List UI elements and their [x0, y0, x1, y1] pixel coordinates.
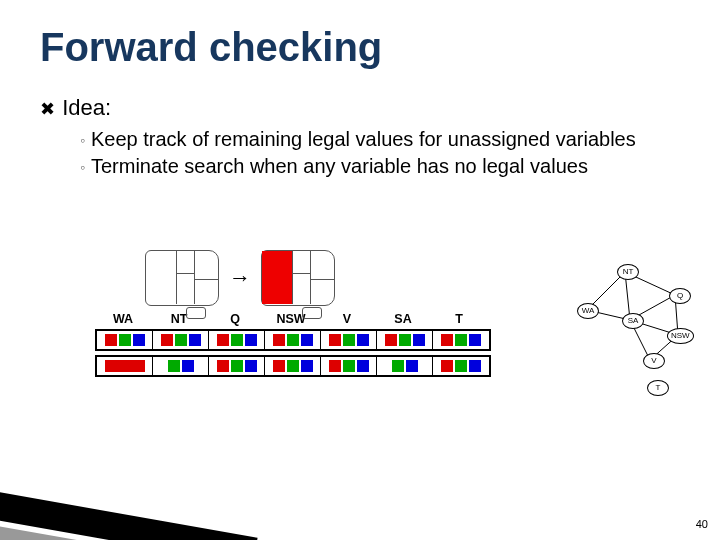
color-square [441, 334, 453, 346]
idea-label: Idea [62, 95, 105, 120]
bullet-icon: ✖ [40, 98, 56, 120]
color-square [357, 334, 369, 346]
color-square [105, 334, 117, 346]
color-square [329, 360, 341, 372]
arrow-icon: → [229, 265, 251, 291]
sub-list: ◦Keep track of remaining legal values fo… [80, 127, 680, 179]
color-square [119, 334, 131, 346]
col-header: SA [375, 312, 431, 326]
color-square [469, 334, 481, 346]
map-transition: → [145, 250, 491, 306]
subpoint-text: Keep track of remaining legal values for… [91, 128, 636, 150]
ring-icon: ◦ [80, 132, 85, 148]
subpoint-text: Terminate search when any variable has n… [91, 155, 588, 177]
domain-cell [265, 357, 321, 375]
domain-cell [97, 331, 153, 349]
color-square [343, 334, 355, 346]
color-square [161, 334, 173, 346]
domain-cell [153, 331, 209, 349]
column-headers: WA NT Q NSW V SA T [95, 312, 491, 326]
sub-item: ◦Keep track of remaining legal values fo… [80, 127, 680, 152]
australia-map-after [261, 250, 335, 306]
ring-icon: ◦ [80, 159, 85, 175]
domain-cell [209, 331, 265, 349]
domain-rows [95, 329, 491, 377]
col-header: V [319, 312, 375, 326]
color-square [455, 360, 467, 372]
col-header: Q [207, 312, 263, 326]
graph-node: V [643, 353, 665, 369]
domain-cell [433, 357, 489, 375]
bullet-idea: ✖ Idea: [40, 95, 680, 121]
color-square [245, 360, 257, 372]
domain-cell [97, 357, 153, 375]
page-number: 40 [696, 518, 708, 530]
color-square [231, 360, 243, 372]
color-square [301, 360, 313, 372]
domain-cell [265, 331, 321, 349]
col-header: WA [95, 312, 151, 326]
color-square [231, 334, 243, 346]
color-square [399, 334, 411, 346]
color-square [301, 334, 313, 346]
domain-cell [377, 331, 433, 349]
color-square [273, 360, 285, 372]
col-header: T [431, 312, 487, 326]
color-square [406, 360, 418, 372]
domain-cell [209, 357, 265, 375]
domain-table-figure: → WA NT Q NSW V SA T [95, 250, 491, 381]
color-square [441, 360, 453, 372]
color-square [329, 334, 341, 346]
australia-map-before [145, 250, 219, 306]
domain-cell [153, 357, 209, 375]
color-square [287, 334, 299, 346]
color-square [182, 360, 194, 372]
domain-cell [321, 357, 377, 375]
idea-colon: : [105, 95, 111, 120]
color-square [217, 360, 229, 372]
graph-node: SA [622, 313, 644, 329]
graph-node: T [647, 380, 669, 396]
graph-node: Q [669, 288, 691, 304]
domain-cell [321, 331, 377, 349]
color-square [385, 334, 397, 346]
sub-item: ◦Terminate search when any variable has … [80, 154, 680, 179]
color-square [189, 334, 201, 346]
graph-node: WA [577, 303, 599, 319]
color-square [413, 334, 425, 346]
graph-node: NSW [667, 328, 694, 344]
color-square [133, 334, 145, 346]
color-square [469, 360, 481, 372]
domain-row [95, 355, 491, 377]
graph-node: NT [617, 264, 639, 280]
domain-row [95, 329, 491, 351]
color-square [392, 360, 404, 372]
color-square [245, 334, 257, 346]
color-square [175, 334, 187, 346]
color-square [357, 360, 369, 372]
color-square [287, 360, 299, 372]
slide-title: Forward checking [40, 25, 382, 70]
constraint-graph: NT Q WA SA NSW V T [575, 260, 695, 400]
color-square [273, 334, 285, 346]
decorative-bars [0, 430, 300, 540]
color-square [343, 360, 355, 372]
color-square [455, 334, 467, 346]
content-area: ✖ Idea: ◦Keep track of remaining legal v… [40, 95, 680, 181]
color-square [168, 360, 180, 372]
domain-cell [433, 331, 489, 349]
color-square [105, 360, 145, 372]
color-square [217, 334, 229, 346]
domain-cell [377, 357, 433, 375]
